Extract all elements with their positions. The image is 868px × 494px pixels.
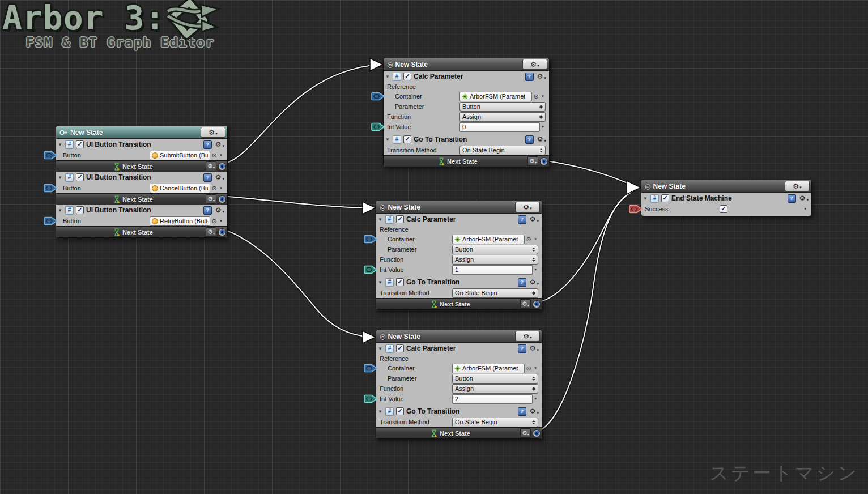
- data-slot-caret-icon[interactable]: ▾: [533, 267, 538, 272]
- help-icon[interactable]: ?: [518, 407, 526, 416]
- int-value-field[interactable]: 1: [452, 265, 533, 275]
- parameter-dropdown[interactable]: Button: [452, 245, 538, 254]
- input-port-blue[interactable]: [43, 216, 58, 225]
- parameter-dropdown[interactable]: Button: [459, 102, 546, 112]
- transition-source-port[interactable]: [533, 300, 541, 308]
- input-port-blue[interactable]: [363, 364, 378, 373]
- help-icon[interactable]: ?: [203, 206, 212, 215]
- transition-settings-button[interactable]: ⚙▾: [520, 299, 531, 309]
- foldout-icon[interactable]: ▼: [58, 175, 63, 180]
- help-icon[interactable]: ?: [203, 173, 212, 182]
- gear-icon[interactable]: ⚙: [215, 174, 222, 181]
- transition-method-dropdown[interactable]: On State Begin: [452, 418, 538, 427]
- transition-bar[interactable]: Next State ⚙▾: [56, 160, 227, 172]
- function-dropdown[interactable]: Assign: [452, 384, 538, 394]
- state-node-calc-1[interactable]: ◎ New State ⚙ ▾ ▼ # ✓ Calc Parameter ? ⚙…: [376, 201, 542, 310]
- behavior-enabled-checkbox[interactable]: ✓: [396, 344, 404, 352]
- behavior-header[interactable]: ▼ # ✓ UI Button Transition ? ⚙▾: [56, 139, 227, 150]
- transition-bar[interactable]: Next State ⚙▾: [56, 193, 227, 205]
- input-port-teal[interactable]: [363, 394, 378, 403]
- data-slot-caret-icon[interactable]: ▾: [533, 366, 538, 370]
- node-settings-button[interactable]: ⚙ ▾: [785, 181, 810, 191]
- node-header[interactable]: New State ⚙ ▾: [56, 126, 227, 139]
- state-node-end[interactable]: ◎ New State ⚙ ▾ ▼ # ✓ End State Machine …: [641, 180, 812, 216]
- behavior-enabled-checkbox[interactable]: ✓: [403, 135, 411, 143]
- transition-source-port[interactable]: [540, 157, 548, 165]
- data-slot-caret-icon[interactable]: ▾: [533, 397, 538, 401]
- foldout-icon[interactable]: ▼: [378, 409, 383, 414]
- foldout-icon[interactable]: ▼: [378, 346, 383, 351]
- node-header[interactable]: ◎ New State ⚙ ▾: [376, 201, 542, 214]
- object-picker-icon[interactable]: ⊙: [210, 185, 218, 192]
- node-settings-button[interactable]: ⚙ ▾: [201, 127, 225, 138]
- input-port-blue[interactable]: [363, 235, 378, 244]
- transition-bar[interactable]: Next State ⚙▾: [376, 298, 542, 309]
- state-node-calc-0[interactable]: ◎ New State ⚙ ▾ ▼ # ✓ Calc Parameter ? ⚙…: [383, 58, 550, 167]
- function-dropdown[interactable]: Assign: [452, 255, 538, 265]
- behavior-header[interactable]: ▼ # ✓ Go To Transition ? ⚙▾: [384, 134, 549, 145]
- gear-icon[interactable]: ⚙: [530, 279, 536, 286]
- node-settings-button[interactable]: ⚙ ▾: [515, 202, 540, 212]
- input-port-blue[interactable]: [371, 92, 385, 101]
- node-settings-button[interactable]: ⚙ ▾: [515, 331, 540, 342]
- help-icon[interactable]: ?: [788, 194, 796, 203]
- gear-icon[interactable]: ⚙: [215, 141, 222, 148]
- behavior-enabled-checkbox[interactable]: ✓: [396, 407, 404, 415]
- foldout-icon[interactable]: ▼: [58, 208, 63, 213]
- gear-icon[interactable]: ⚙: [530, 345, 536, 352]
- data-slot-caret-icon[interactable]: ▾: [802, 207, 808, 211]
- behavior-header[interactable]: ▼ # ✓ Go To Transition ? ⚙▾: [376, 276, 542, 288]
- function-dropdown[interactable]: Assign: [459, 112, 546, 122]
- object-picker-icon[interactable]: ⊙: [532, 93, 540, 100]
- behavior-enabled-checkbox[interactable]: ✓: [396, 215, 404, 223]
- transition-bar[interactable]: Next State ⚙▾: [56, 226, 227, 237]
- gear-icon[interactable]: ⚙: [537, 136, 543, 143]
- foldout-icon[interactable]: ▼: [378, 280, 383, 285]
- transition-source-port[interactable]: [218, 228, 226, 236]
- behavior-enabled-checkbox[interactable]: ✓: [396, 278, 404, 286]
- gear-icon[interactable]: ⚙: [799, 195, 806, 202]
- int-value-field[interactable]: 0: [459, 122, 540, 132]
- transition-settings-button[interactable]: ⚙▾: [206, 194, 216, 204]
- input-port-teal[interactable]: [363, 265, 378, 274]
- transition-bar[interactable]: Next State ⚙▾: [384, 155, 549, 167]
- behavior-header[interactable]: ▼ # ✓ Calc Parameter ? ⚙▾: [384, 71, 549, 82]
- data-slot-caret-icon[interactable]: ▾: [533, 237, 538, 241]
- help-icon[interactable]: ?: [203, 140, 212, 149]
- behavior-header[interactable]: ▼ # ✓ Go To Transition ? ⚙▾: [376, 406, 542, 417]
- input-port-teal[interactable]: [371, 122, 385, 131]
- parameter-dropdown[interactable]: Button: [452, 374, 538, 384]
- input-port-blue[interactable]: [43, 151, 58, 160]
- data-slot-caret-icon[interactable]: ▾: [218, 219, 224, 223]
- transition-settings-button[interactable]: ⚙▾: [206, 161, 216, 171]
- transition-bar[interactable]: Next State ⚙▾: [376, 427, 542, 438]
- foldout-icon[interactable]: ▼: [385, 74, 390, 79]
- gear-icon[interactable]: ⚙: [530, 408, 536, 415]
- object-picker-icon[interactable]: ⊙: [525, 365, 533, 372]
- object-picker-icon[interactable]: ⊙: [210, 152, 218, 159]
- object-field[interactable]: RetryButton (Button: [150, 216, 210, 226]
- behavior-enabled-checkbox[interactable]: ✓: [76, 173, 84, 181]
- foldout-icon[interactable]: ▼: [385, 137, 390, 142]
- transition-settings-button[interactable]: ⚙▾: [206, 227, 216, 237]
- foldout-icon[interactable]: ▼: [643, 196, 648, 201]
- object-picker-icon[interactable]: ⊙: [525, 236, 533, 243]
- graph-canvas[interactable]: Arbor 3: FSM & BT Graph Editor: [0, 0, 868, 494]
- container-object-field[interactable]: ArborFSM (Paramet: [452, 235, 525, 244]
- data-slot-caret-icon[interactable]: ▾: [540, 94, 546, 99]
- success-checkbox[interactable]: ✓: [720, 205, 727, 213]
- foldout-icon[interactable]: ▼: [378, 217, 383, 222]
- object-picker-icon[interactable]: ⊙: [210, 218, 218, 225]
- transition-source-port[interactable]: [533, 429, 541, 437]
- behavior-enabled-checkbox[interactable]: ✓: [661, 194, 669, 202]
- behavior-header[interactable]: ▼ # ✓ Calc Parameter ? ⚙▾: [376, 343, 542, 354]
- transition-settings-button[interactable]: ⚙▾: [527, 156, 538, 166]
- behavior-header[interactable]: ▼ # ✓ Calc Parameter ? ⚙▾: [376, 214, 542, 225]
- node-settings-button[interactable]: ⚙ ▾: [522, 59, 547, 70]
- gear-icon[interactable]: ⚙: [537, 73, 543, 80]
- int-value-field[interactable]: 2: [452, 394, 533, 404]
- node-header[interactable]: ◎ New State ⚙ ▾: [376, 330, 542, 343]
- data-slot-caret-icon[interactable]: ▾: [218, 153, 224, 157]
- node-header[interactable]: ◎ New State ⚙ ▾: [384, 58, 549, 71]
- gear-icon[interactable]: ⚙: [530, 216, 536, 223]
